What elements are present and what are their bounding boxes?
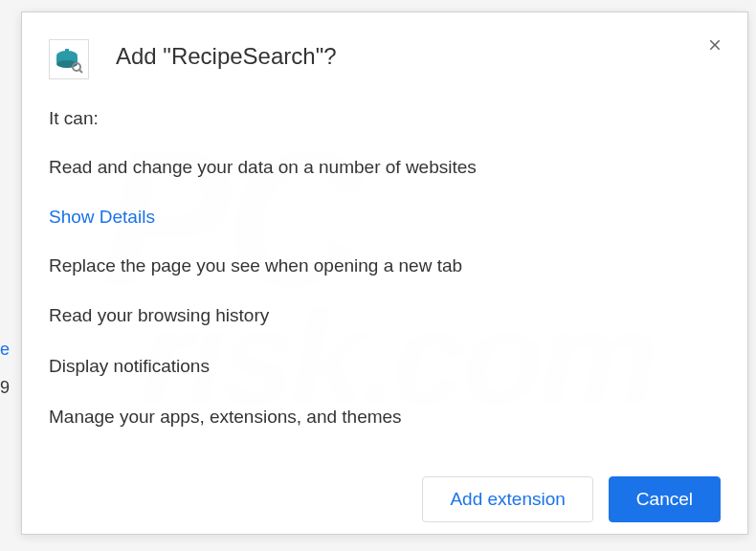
- permissions-intro: It can:: [49, 108, 721, 129]
- background-fragment: e: [0, 340, 10, 360]
- dialog-title: Add "RecipeSearch"?: [116, 43, 721, 70]
- permission-item: Read and change your data on a number of…: [49, 156, 721, 180]
- add-extension-button[interactable]: Add extension: [422, 476, 592, 522]
- extension-icon: [49, 39, 89, 79]
- permission-item: Display notifications: [49, 355, 721, 379]
- permission-item: Read your browsing history: [49, 304, 721, 328]
- permission-item: Manage your apps, extensions, and themes: [49, 406, 721, 430]
- close-icon: [706, 36, 723, 54]
- show-details-link[interactable]: Show Details: [49, 207, 721, 228]
- svg-line-5: [79, 70, 82, 73]
- extension-install-dialog: Add "RecipeSearch"? It can: Read and cha…: [21, 11, 748, 535]
- dialog-footer: Add extension Cancel: [22, 465, 747, 543]
- dialog-header: Add "RecipeSearch"?: [22, 12, 747, 89]
- background-fragment: 9: [0, 378, 10, 398]
- cancel-button[interactable]: Cancel: [609, 476, 721, 522]
- dialog-body: It can: Read and change your data on a n…: [22, 89, 747, 465]
- permission-item: Replace the page you see when opening a …: [49, 254, 721, 278]
- svg-rect-3: [65, 49, 69, 53]
- close-button[interactable]: [703, 33, 726, 56]
